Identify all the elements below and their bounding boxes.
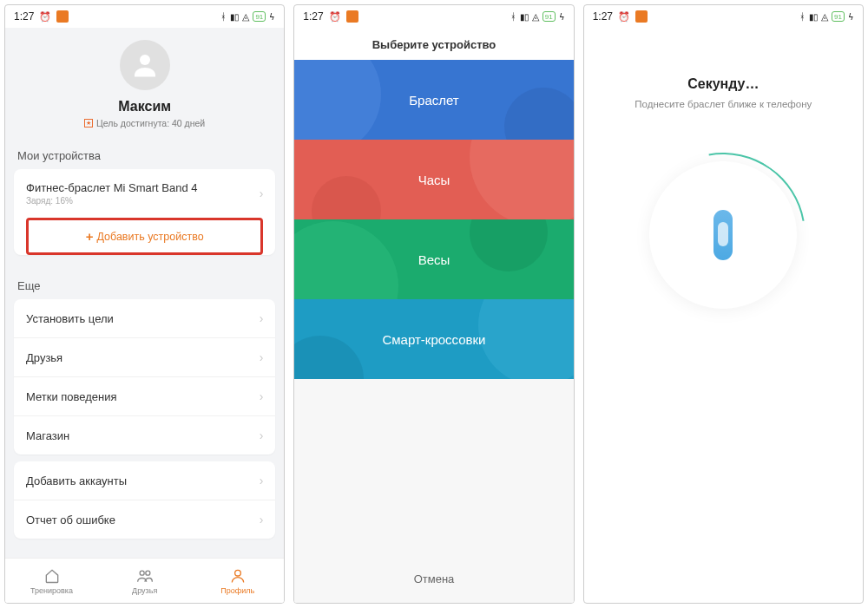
charging-icon	[559, 10, 565, 23]
signal-icon	[230, 10, 239, 23]
screen-searching: 1:27 91 Секунду… Поднесите браслет ближе…	[583, 4, 864, 604]
person-icon	[129, 49, 161, 81]
avatar[interactable]	[120, 40, 170, 90]
app-indicator-icon	[635, 10, 648, 23]
tile-band[interactable]: Браслет	[294, 60, 573, 140]
charging-icon	[269, 10, 275, 23]
nav-friends[interactable]: Друзья	[98, 559, 191, 603]
nav-profile[interactable]: Профиль	[191, 559, 284, 603]
app-indicator-icon	[346, 10, 358, 23]
chevron-right-icon: ›	[260, 389, 264, 403]
wifi-icon	[532, 10, 539, 23]
status-bar: 1:27 91	[5, 5, 284, 28]
battery-icon: 91	[542, 11, 556, 22]
chevron-right-icon: ›	[260, 474, 264, 487]
tile-scale[interactable]: Весы	[294, 219, 573, 299]
wifi-icon	[821, 10, 828, 23]
goal-badge-icon: ★	[84, 119, 93, 127]
plus-icon: +	[86, 229, 94, 244]
alarm-icon	[329, 10, 341, 23]
wifi-icon	[242, 10, 249, 23]
screen-select-device: 1:27 91 Выберите устройство Браслет Часы…	[293, 4, 574, 604]
chevron-right-icon: ›	[260, 186, 264, 200]
searching-title: Секунду…	[687, 76, 759, 92]
chevron-right-icon: ›	[260, 428, 264, 442]
screen-profile: 1:27 91 Максим ★ Цель достигнута: 40 дне…	[4, 4, 285, 604]
band-icon	[713, 210, 733, 260]
status-bar: 1:27 91	[294, 5, 573, 28]
row-report[interactable]: Отчет об ошибке›	[14, 500, 275, 539]
alarm-icon	[39, 10, 51, 23]
clock: 1:27	[593, 10, 613, 23]
add-device-button[interactable]: + Добавить устройство	[26, 218, 263, 255]
battery-icon: 91	[253, 11, 266, 22]
profile-icon	[229, 567, 247, 585]
tile-shoes[interactable]: Смарт-кроссовки	[294, 299, 573, 379]
home-icon	[43, 567, 61, 585]
chevron-right-icon: ›	[260, 513, 264, 526]
alarm-icon	[618, 10, 630, 23]
username: Максим	[5, 99, 284, 114]
nav-workout[interactable]: Тренировка	[5, 559, 98, 603]
bottom-nav: Тренировка Друзья Профиль	[5, 558, 284, 603]
charging-icon	[848, 10, 854, 23]
row-store[interactable]: Магазин›	[14, 415, 275, 454]
signal-icon	[520, 10, 529, 23]
clock: 1:27	[303, 10, 323, 23]
row-goals[interactable]: Установить цели›	[14, 299, 275, 337]
row-friends[interactable]: Друзья›	[14, 337, 275, 376]
svg-point-3	[234, 570, 240, 576]
cancel-button[interactable]: Отмена	[294, 559, 573, 603]
battery-icon: 91	[832, 11, 845, 22]
friends-icon	[136, 567, 154, 585]
searching-subtitle: Поднесите браслет ближе к телефону	[635, 99, 812, 109]
app-indicator-icon	[56, 10, 69, 23]
page-title: Выберите устройство	[294, 28, 573, 60]
row-behavior[interactable]: Метки поведения›	[14, 376, 275, 415]
device-row[interactable]: Фитнес-браслет Mi Smart Band 4 Заряд: 16…	[14, 169, 275, 218]
goal-text: ★ Цель достигнута: 40 дней	[5, 118, 284, 128]
chevron-right-icon: ›	[260, 311, 264, 325]
row-accounts[interactable]: Добавить аккаунты›	[14, 461, 275, 500]
spinner	[649, 161, 797, 309]
section-more: Еще	[5, 267, 284, 299]
section-my-devices: Мои устройства	[5, 137, 284, 169]
signal-icon	[809, 10, 818, 23]
bluetooth-icon	[799, 10, 806, 23]
bluetooth-icon	[220, 10, 227, 23]
status-bar: 1:27 91	[584, 5, 863, 28]
device-name: Фитнес-браслет Mi Smart Band 4	[26, 181, 198, 194]
svg-point-0	[140, 55, 150, 65]
chevron-right-icon: ›	[260, 350, 264, 364]
clock: 1:27	[14, 10, 34, 23]
bluetooth-icon	[510, 10, 516, 23]
tile-watch[interactable]: Часы	[294, 140, 573, 219]
device-charge: Заряд: 16%	[26, 196, 198, 206]
svg-point-2	[145, 571, 149, 575]
svg-point-1	[140, 571, 144, 575]
